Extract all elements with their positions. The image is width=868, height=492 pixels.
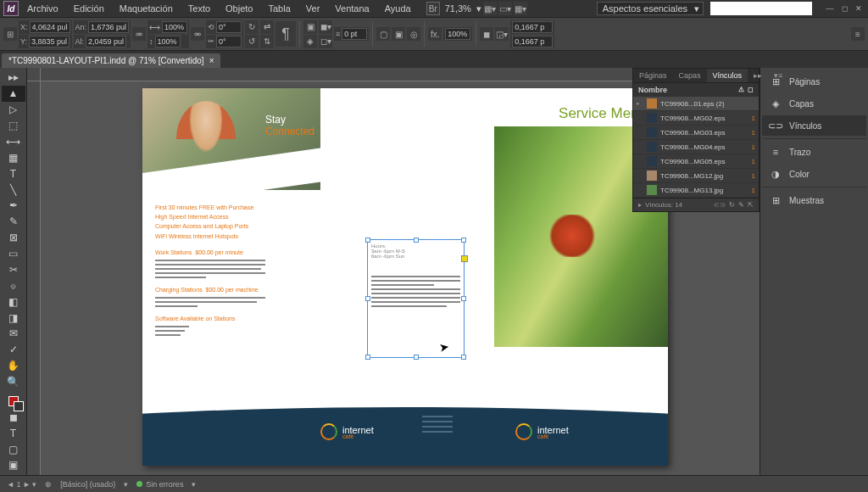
menu-ver[interactable]: Ver	[299, 2, 327, 15]
arrange-icon[interactable]: ▦▾	[514, 2, 527, 15]
link-row[interactable]: TC99908...MG12.jpg1	[633, 169, 759, 183]
menu-tabla[interactable]: Tabla	[261, 2, 297, 15]
minimize-icon[interactable]: —	[824, 3, 836, 14]
menu-ayuda[interactable]: Ayuda	[378, 2, 418, 15]
search-input[interactable]	[710, 2, 812, 15]
y-field[interactable]	[29, 36, 70, 48]
rotate-ccw-icon[interactable]: ↺	[245, 35, 259, 48]
resize-handle[interactable]	[461, 355, 466, 360]
gap-tool[interactable]: ⟷	[2, 134, 25, 150]
resize-handle[interactable]	[365, 238, 370, 243]
workspace-dropdown[interactable]: Aspectos esenciales	[597, 2, 704, 15]
vertical-ruler[interactable]	[27, 81, 41, 475]
hand-tool[interactable]: ✋	[2, 358, 25, 374]
close-icon[interactable]: ✕	[853, 3, 865, 14]
expand-footer-icon[interactable]: ▸	[638, 201, 642, 209]
link-row[interactable]: TC99908...MG03.eps1	[633, 126, 759, 140]
zoom-level[interactable]: 71,3%	[442, 3, 475, 14]
rectangle-frame-tool[interactable]: ⊠	[2, 230, 25, 246]
menu-texto[interactable]: Texto	[181, 2, 217, 15]
effects-icon[interactable]: fx.	[428, 27, 442, 41]
selected-text-frame[interactable]: Hours: 3am -6pm M-S 6am -6pm Sun	[367, 239, 465, 358]
links-panel[interactable]: Páginas Capas Vínculos ▸▸ ▾≡ Nombre ⚠◻ ▸…	[632, 68, 760, 212]
eyedropper-tool[interactable]: ✓	[2, 342, 25, 358]
scissors-tool[interactable]: ✂	[2, 262, 25, 278]
flip-v-icon[interactable]: ⇅	[260, 35, 274, 48]
note-tool[interactable]: ✉	[2, 326, 25, 342]
width-field[interactable]	[88, 21, 129, 33]
expand-icon[interactable]: ▸	[637, 100, 643, 107]
document-tab[interactable]: *TC9990801-LAYOUT-PI1.indd @ 71% [Conver…	[2, 53, 220, 68]
shear-field[interactable]	[216, 36, 242, 48]
link-row[interactable]: ▸TC99908...01.eps (2)	[633, 97, 759, 111]
text-wrap-none-icon[interactable]: ▢	[376, 27, 390, 41]
height-field[interactable]	[86, 36, 126, 48]
fill-stroke-swatch[interactable]	[2, 394, 25, 410]
corner-radius-field-2[interactable]	[512, 36, 553, 48]
preflight-chevron-icon[interactable]: ▾	[124, 480, 128, 489]
dock-trazo[interactable]: ≡Trazo	[762, 142, 866, 162]
pencil-tool[interactable]: ✎	[2, 214, 25, 230]
free-transform-tool[interactable]: ⟐	[2, 277, 25, 294]
text-wrap-bbox-icon[interactable]: ▣	[392, 27, 405, 41]
menu-archivo[interactable]: Archivo	[20, 2, 65, 15]
expand-toolbox-icon[interactable]: ▸▸	[2, 70, 25, 86]
gradient-feather-tool[interactable]: ◨	[2, 310, 25, 326]
resize-handle[interactable]	[365, 296, 370, 301]
resize-handle[interactable]	[414, 238, 419, 243]
opacity-field[interactable]	[445, 28, 470, 40]
rectangle-tool[interactable]: ▭	[2, 246, 25, 262]
resize-handle[interactable]	[414, 355, 419, 360]
menu-ventana[interactable]: Ventana	[328, 2, 376, 15]
zoom-tool[interactable]: 🔍	[2, 374, 25, 390]
rotate-field[interactable]	[216, 21, 242, 33]
scale-y-field[interactable]	[155, 36, 181, 48]
stroke-icon[interactable]: ◻▾	[319, 35, 332, 48]
tab-close-icon[interactable]: ×	[209, 56, 214, 65]
maximize-icon[interactable]: ◻	[838, 3, 850, 14]
formatting-text-icon[interactable]: T	[2, 425, 25, 441]
screen-mode-icon[interactable]: ▭▾	[498, 2, 512, 15]
select-container-icon[interactable]: ▣	[303, 20, 317, 34]
resize-handle[interactable]	[461, 296, 466, 301]
reference-point-icon[interactable]: ⊞	[3, 27, 17, 41]
paragraph-mode-icon[interactable]: ¶	[275, 21, 296, 47]
zoom-chevron-icon[interactable]: ▾	[476, 3, 481, 14]
view-mode-normal-icon[interactable]: ▢	[2, 441, 25, 457]
panel-menu-icon[interactable]: ▾≡	[768, 69, 788, 82]
corner-radius-field[interactable]	[512, 21, 553, 33]
dock-color[interactable]: ◑Color	[762, 164, 866, 184]
gradient-swatch-tool[interactable]: ◧	[2, 294, 25, 310]
tab-capas[interactable]: Capas	[673, 69, 707, 82]
tab-paginas[interactable]: Páginas	[633, 69, 673, 82]
tab-vinculos[interactable]: Vínculos	[707, 69, 748, 82]
dock-vinculos[interactable]: ⊂⊃Vínculos	[762, 115, 866, 136]
apply-color-icon[interactable]: ◼	[2, 409, 25, 425]
flip-h-icon[interactable]: ⇄	[260, 20, 274, 34]
errors-chevron-icon[interactable]: ▾	[192, 480, 196, 489]
rotate-cw-icon[interactable]: ↻	[245, 20, 259, 34]
hero-image[interactable]: Stay Connected	[142, 88, 320, 190]
type-tool[interactable]: T	[2, 165, 25, 182]
panel-collapse-icon[interactable]: ▸▸	[748, 69, 768, 82]
update-link-icon[interactable]: ✎	[738, 201, 744, 209]
link-row[interactable]: TC99908...MG02.eps1	[633, 111, 759, 126]
goto-link-icon[interactable]: ↻	[729, 201, 735, 209]
link-row[interactable]: TC99908...MG04.eps1	[633, 140, 759, 154]
corner-options-icon[interactable]: ◲▾	[495, 27, 509, 41]
dock-capas[interactable]: ◈Capas	[762, 93, 866, 114]
stroke-weight-field[interactable]	[342, 28, 367, 40]
preflight-profile[interactable]: [Básico] (usado)	[60, 480, 115, 489]
drop-shadow-icon[interactable]: ◼	[480, 27, 493, 41]
pen-tool[interactable]: ✒	[2, 198, 25, 214]
select-content-icon[interactable]: ◈	[303, 35, 317, 48]
scale-x-field[interactable]	[162, 21, 187, 33]
resize-handle[interactable]	[365, 355, 370, 360]
resize-handle[interactable]	[461, 238, 466, 243]
constrain-icon[interactable]: ⚮	[132, 27, 146, 41]
relink-icon[interactable]: ⊂⊃	[714, 201, 726, 209]
ruler-origin[interactable]	[27, 68, 41, 81]
link-row[interactable]: TC99908...MG13.jpg1	[633, 183, 759, 198]
content-collector-tool[interactable]: ▦	[2, 149, 25, 165]
live-corner-handle[interactable]	[461, 255, 468, 262]
